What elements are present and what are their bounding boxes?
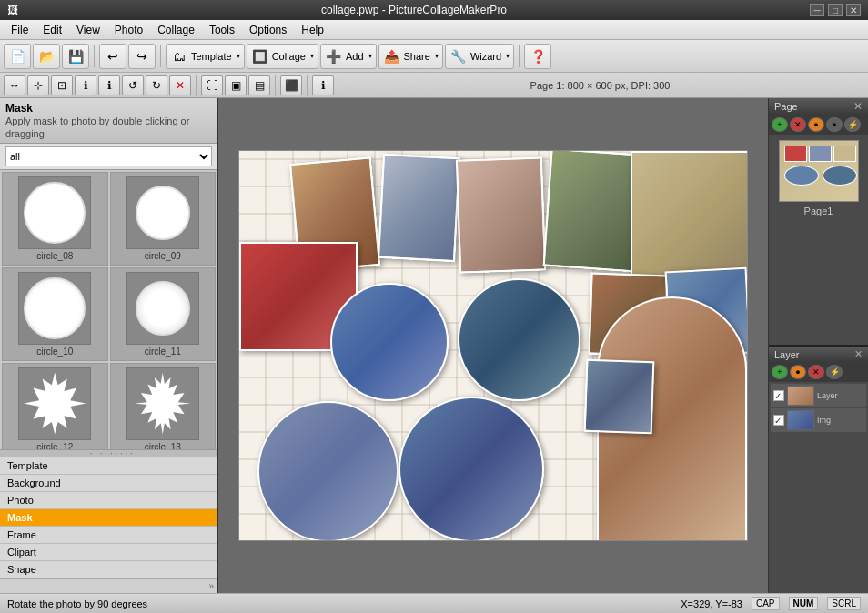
separator-3 — [519, 45, 520, 67]
delete-tool[interactable]: ✕ — [169, 75, 191, 95]
tab-mask[interactable]: Mask — [0, 509, 217, 527]
app-icon: 🖼 — [7, 4, 18, 16]
menu-item-file[interactable]: File — [4, 20, 35, 39]
menu-item-collage[interactable]: Collage — [150, 20, 202, 39]
add-button[interactable]: ➕ Add ▾ — [320, 44, 377, 69]
page-lightning-button[interactable]: ⚡ — [844, 117, 861, 132]
layer-panel-title: Layer — [774, 349, 800, 360]
open-button[interactable]: 📂 — [33, 44, 60, 69]
mask-filter-select[interactable]: all circle square star — [5, 146, 212, 166]
mask-grid-container[interactable]: circle_08 circle_09 circle_10 — [0, 170, 217, 449]
page-settings-button[interactable]: ● — [808, 117, 824, 132]
menu-item-view[interactable]: View — [69, 20, 107, 39]
layer-delete-button[interactable]: ✕ — [808, 365, 824, 379]
crop-tool[interactable]: ⊡ — [51, 75, 73, 95]
layout-tool[interactable]: ▤ — [248, 75, 270, 95]
expand-panel-button[interactable]: » — [0, 578, 217, 593]
layer-1-checkbox[interactable]: ✓ — [773, 390, 784, 401]
tab-photo[interactable]: Photo — [0, 492, 217, 509]
page-delete-button[interactable]: ✕ — [790, 117, 806, 132]
scroll-indicator: · · · · · · · · · · — [0, 449, 217, 457]
crop-icon: ⊡ — [57, 79, 66, 92]
tab-frame[interactable]: Frame — [0, 527, 217, 544]
page-panel-title: Page — [774, 101, 798, 112]
mask-item-circle09[interactable]: circle_09 — [110, 172, 217, 266]
restore-button[interactable]: □ — [828, 4, 843, 16]
info-tool[interactable]: ℹ — [75, 75, 96, 95]
layer-panel: Layer ✕ + ● ✕ ⚡ ✓ Layer ✓ Img — [769, 347, 868, 593]
title-bar: 🖼 collage.pwp - PictureCollageMakerPro ─… — [0, 0, 868, 20]
minimize-button[interactable]: ─ — [810, 4, 824, 16]
rotate-left-tool[interactable]: ↺ — [122, 75, 144, 95]
menu-item-photo[interactable]: Photo — [107, 20, 150, 39]
mask-label-circle09: circle_09 — [145, 251, 181, 261]
status-bar: Rotate the photo by 90 degrees X=329, Y=… — [0, 593, 868, 613]
photo-4[interactable] — [543, 150, 642, 272]
select-tool[interactable]: ⊹ — [27, 75, 49, 95]
separator-1 — [94, 45, 95, 67]
redo-button[interactable]: ↪ — [128, 44, 156, 69]
mask-item-star01[interactable]: circle_12 — [2, 363, 108, 449]
layer-1-name: Layer — [817, 391, 838, 400]
wizard-button[interactable]: 🔧 Wizard ▾ — [445, 44, 514, 69]
mask-item-star02[interactable]: circle_13 — [110, 363, 217, 449]
mask-item-circle10[interactable]: circle_10 — [2, 267, 108, 361]
page-add-button[interactable]: + — [772, 117, 788, 132]
layer-panel-close-button[interactable]: ✕ — [854, 348, 863, 360]
close-button[interactable]: ✕ — [846, 4, 861, 16]
mask-item-circle08[interactable]: circle_08 — [2, 172, 108, 266]
tab-clipart[interactable]: Clipart — [0, 544, 217, 561]
undo-button[interactable]: ↩ — [99, 44, 126, 69]
tab-background[interactable]: Background — [0, 475, 217, 492]
layer-item-1[interactable]: ✓ Layer — [771, 384, 866, 407]
save-icon: 💾 — [66, 47, 85, 65]
new-button[interactable]: 📄 — [4, 44, 31, 69]
page-thumbnail[interactable] — [779, 140, 859, 202]
collage-label: Collage — [272, 51, 306, 62]
page-panel-close-button[interactable]: ✕ — [853, 100, 863, 113]
share-button[interactable]: 📤 Share ▾ — [378, 44, 443, 69]
mask-label-circle10: circle_10 — [36, 347, 73, 357]
menu-item-help[interactable]: Help — [294, 20, 331, 39]
photo-circle-bottom-mid[interactable] — [399, 397, 544, 541]
help-button[interactable]: ❓ — [524, 44, 551, 69]
menu-item-options[interactable]: Options — [242, 20, 294, 39]
photo-circle-1[interactable] — [330, 283, 449, 401]
collage-canvas[interactable] — [238, 150, 748, 541]
photo-circle-2[interactable] — [458, 278, 580, 401]
layer-add-button[interactable]: + — [772, 365, 788, 379]
properties-tool[interactable]: ℹ — [312, 75, 334, 95]
page-more-button[interactable]: ● — [826, 117, 843, 132]
right-panel: Page ✕ + ✕ ● ● ⚡ Page1 — [768, 98, 868, 593]
info2-tool[interactable]: ℹ — [98, 75, 120, 95]
photo-3[interactable] — [456, 156, 546, 273]
menu-item-edit[interactable]: Edit — [35, 20, 69, 39]
collage-button[interactable]: 🔲 Collage ▾ — [247, 44, 318, 69]
tab-template[interactable]: Template — [0, 457, 217, 475]
layer-settings-button[interactable]: ● — [790, 365, 806, 379]
page-info: Page 1: 800 × 600 px, DPI: 300 — [336, 80, 864, 91]
status-coordinates: X=329, Y=-83 — [681, 598, 742, 609]
photo-2[interactable] — [378, 154, 460, 262]
mask-hint: Apply mask to photo by double clicking o… — [5, 115, 212, 141]
fit-tool[interactable]: ⛶ — [201, 75, 223, 95]
layer-item-2[interactable]: ✓ Img — [771, 408, 866, 432]
photo-circle-bottom-left[interactable] — [257, 401, 399, 541]
page-thumbnail-area: Page1 — [769, 135, 868, 222]
save-button[interactable]: 💾 — [62, 44, 89, 69]
frame-tool[interactable]: ▣ — [225, 75, 247, 95]
layer-lightning-button[interactable]: ⚡ — [826, 365, 843, 379]
edit-sep-3 — [307, 75, 308, 96]
page-panel-toolbar: + ✕ ● ● ⚡ — [769, 115, 868, 135]
move-tool[interactable]: ↔ — [4, 75, 25, 95]
menu-item-tools[interactable]: Tools — [202, 20, 242, 39]
template-button[interactable]: 🗂 Template ▾ — [166, 44, 245, 69]
page-panel-header: Page ✕ — [769, 98, 868, 115]
export-tool[interactable]: ⬛ — [280, 75, 302, 95]
mask-item-circle11[interactable]: circle_11 — [110, 267, 217, 361]
rotate-right-tool[interactable]: ↻ — [146, 75, 167, 95]
tab-shape[interactable]: Shape — [0, 561, 217, 578]
layer-2-checkbox[interactable]: ✓ — [773, 415, 784, 426]
layer-panel-header: Layer ✕ — [769, 347, 868, 362]
photo-bottom-right-small[interactable] — [584, 359, 655, 435]
